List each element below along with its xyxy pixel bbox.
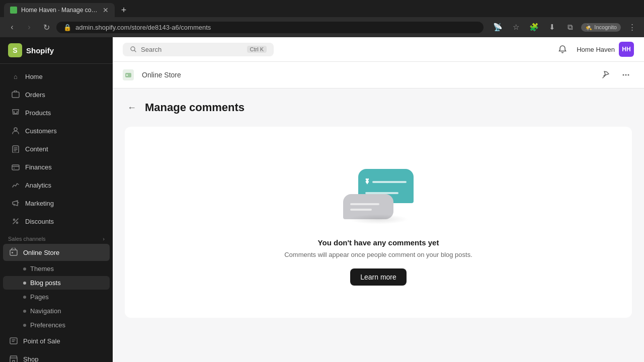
sales-channels-section: Sales channels › [0,231,113,244]
search-bar[interactable]: Search Ctrl K [123,43,274,56]
customers-icon [11,126,20,135]
sidebar: S Shopify ⌂ Home Orders Products [0,37,113,362]
sidebar-item-shop[interactable]: Shop [3,350,110,362]
learn-more-button[interactable]: Learn more [350,268,407,286]
svg-point-17 [628,74,629,76]
sub-dot [23,324,26,327]
sidebar-item-customers[interactable]: Customers [3,122,110,139]
extensions-icon[interactable]: 🧩 [527,20,541,34]
main-header: Search Ctrl K Home Haven HH [113,37,644,62]
sidebar-item-orders[interactable]: Orders [3,86,110,103]
finances-icon [11,162,20,171]
pos-icon [9,336,18,345]
sidebar-sub-navigation[interactable]: Navigation [3,304,110,318]
search-shortcut-badge: Ctrl K [247,46,267,53]
sidebar-item-label: Home [25,73,43,80]
store-badge[interactable]: Home Haven HH [577,42,634,57]
chat-illustration: ♥ [338,159,419,224]
orders-icon [11,90,20,99]
sidebar-sub-preferences[interactable]: Preferences [3,318,110,332]
discounts-icon [11,217,20,226]
content-icon [11,144,20,153]
shop-label: Shop [23,355,38,363]
cast-icon[interactable]: 📡 [491,20,505,34]
lock-icon: 🔒 [63,24,71,31]
forward-nav-btn[interactable]: › [22,20,36,34]
breadcrumb-text: Online Store [142,71,181,79]
sidebar-item-label: Orders [25,91,45,99]
sidebar-item-label: Finances [25,163,52,171]
back-nav-btn[interactable]: ‹ [5,20,19,34]
home-icon: ⌂ [11,72,20,81]
back-button[interactable]: ← [125,101,139,115]
sidebar-item-analytics[interactable]: Analytics [3,176,110,194]
sidebar-item-finances[interactable]: Finances [3,158,110,175]
browser-right-icons: 📡 ☆ 🧩 ⬇ ⧉ 🕵 Incognito ⋮ [491,20,639,34]
pin-btn[interactable] [598,67,614,83]
page-title: Manage comments [145,101,245,114]
sidebar-sub-pages[interactable]: Pages [3,290,110,304]
expand-icon[interactable]: › [103,236,105,242]
shopify-logo[interactable]: S Shopify [8,43,54,57]
sub-dot [23,267,26,270]
empty-state-title: You don't have any comments yet [318,238,439,247]
store-name-text: Home Haven [577,46,615,53]
sidebar-item-label: Products [25,109,51,117]
sidebar-sub-label: Pages [30,293,49,301]
empty-state-card: ♥ You don't have [125,127,632,318]
main-content: Search Ctrl K Home Haven HH [113,37,644,362]
store-initials: HH [622,46,630,53]
sidebar-item-online-store[interactable]: Online Store [3,244,110,261]
sidebar-sub-label: Blog posts [30,279,61,287]
illustration-shadow [348,214,409,224]
sidebar-item-content[interactable]: Content [3,140,110,157]
browser-chrome: Home Haven · Manage comme ✕ + ‹ › ↻ 🔒 ad… [0,0,644,37]
menu-icon[interactable]: ⋮ [625,20,639,34]
sidebar-item-label: Content [25,145,48,153]
notification-btn[interactable] [554,41,571,57]
sidebar-header: S Shopify [0,37,113,64]
tab-title: Home Haven · Manage comme [21,7,99,14]
svg-rect-7 [10,250,17,255]
page-header: ← Manage comments [125,101,632,115]
search-icon [130,46,137,53]
tab-close-btn[interactable]: ✕ [103,6,109,14]
sidebar-item-marketing[interactable]: Marketing [3,195,110,212]
sidebar-item-label: Discounts [25,218,54,225]
marketing-icon [11,199,20,208]
split-icon[interactable]: ⧉ [563,20,577,34]
svg-rect-3 [12,165,19,170]
refresh-btn[interactable]: ↻ [39,20,53,34]
empty-state-description: Comments will appear once people comment… [284,251,472,258]
sidebar-item-products[interactable]: Products [3,104,110,121]
bookmark-icon[interactable]: ☆ [509,20,523,34]
sub-dot [23,282,26,285]
shopify-logo-icon: S [8,43,22,57]
pos-label: Point of Sale [23,337,60,345]
more-options-btn[interactable] [618,67,634,83]
sidebar-item-pos[interactable]: Point of Sale [3,332,110,349]
products-icon [11,108,20,117]
browser-controls: ‹ › ↻ 🔒 admin.shopify.com/store/de8143-a… [0,17,644,37]
svg-point-15 [623,74,624,76]
svg-point-1 [14,128,17,131]
sidebar-item-label: Customers [25,127,57,135]
svg-point-16 [625,74,627,76]
download-icon[interactable]: ⬇ [545,20,559,34]
online-store-icon [9,248,18,257]
svg-point-4 [14,168,15,169]
incognito-badge: 🕵 Incognito [581,23,621,32]
sidebar-item-discounts[interactable]: Discounts [3,213,110,230]
online-store-label: Online Store [23,249,59,256]
sidebar-sub-blog-posts[interactable]: Blog posts [3,276,110,290]
topbar: Online Store [113,62,644,88]
sidebar-item-label: Analytics [25,182,51,189]
address-bar[interactable]: 🔒 admin.shopify.com/store/de8143-a6/comm… [56,22,484,33]
browser-tab-active[interactable]: Home Haven · Manage comme ✕ [4,3,115,17]
analytics-icon [11,180,20,190]
sidebar-sub-themes[interactable]: Themes [3,262,110,276]
sidebar-item-home[interactable]: ⌂ Home [3,68,110,85]
shop-icon [9,354,18,362]
new-tab-btn[interactable]: + [117,3,131,17]
svg-point-6 [17,222,18,224]
